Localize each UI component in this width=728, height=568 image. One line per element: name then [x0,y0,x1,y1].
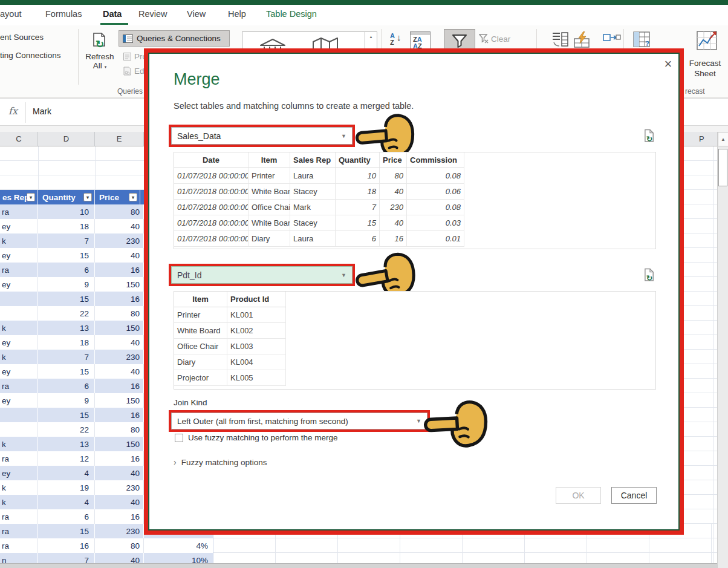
sheet-cell-price[interactable]: 80 [95,538,144,553]
sheet-cell-price[interactable]: 16 [95,408,144,422]
sort-dialog-button[interactable]: ZA AZ [410,31,431,50]
sheet-cell-name[interactable]: ra [0,538,38,553]
text-to-columns-icon[interactable] [552,31,569,48]
sheet-cell-name[interactable]: ey [0,364,38,379]
clear-filter-button[interactable]: Clear [479,34,510,44]
sheet-cell-commission[interactable]: 4% [144,538,213,553]
sheet-cell-qty[interactable]: 15 [38,364,95,379]
column-header-e[interactable]: E [95,132,144,146]
tab-data[interactable]: Data [103,9,122,19]
tab-layout[interactable]: ayout [0,9,21,19]
sheet-cell-name[interactable]: k [0,495,38,509]
sheet-cell-qty[interactable]: 22 [38,422,95,437]
sheet-cell-price[interactable]: 80 [95,422,144,437]
table-header-sales-rep[interactable]: es Rep ▾ [0,190,38,204]
edit-links-button[interactable]: Ed [123,67,145,76]
cancel-button[interactable]: Cancel [611,487,657,504]
sheet-cell-price[interactable]: 230 [95,524,144,538]
sheet-cell-qty[interactable]: 7 [38,233,95,248]
sheet-cell-qty[interactable]: 7 [38,553,95,563]
filter-dropdown-icon[interactable]: ▾ [83,193,92,201]
sheet-cell-name[interactable]: ey [0,219,38,233]
ok-button[interactable]: OK [556,487,601,504]
sheet-cell-price[interactable]: 16 [95,451,144,466]
sheet-cell-name[interactable]: k [0,480,38,495]
filter-dropdown-icon[interactable]: ▾ [27,193,35,201]
sheet-cell-name[interactable]: k [0,321,38,335]
sheet-cell-name[interactable] [0,292,38,306]
sheet-cell-qty[interactable]: 13 [38,437,95,451]
column-header-d[interactable]: D [38,132,95,146]
sheet-cell-price[interactable]: 16 [95,509,144,524]
sheet-cell-price[interactable]: 80 [95,306,144,321]
scrollbar-up-button[interactable]: ▲ [718,132,728,146]
sheet-cell-name[interactable]: ey [0,335,38,350]
sheet-cell-name[interactable]: k [0,233,38,248]
sheet-cell-name[interactable] [0,422,38,437]
sheet-cell-price[interactable]: 16 [95,263,144,277]
sheet-cell-name[interactable]: ra [0,524,38,538]
sheet-cell-qty[interactable]: 18 [38,335,95,350]
sheet-cell-price[interactable]: 150 [95,393,144,408]
sheet-cell-price[interactable]: 40 [95,466,144,480]
sheet-cell-name[interactable]: ey [0,393,38,408]
table1-selector-dropdown[interactable]: Sales_Data ▼ [171,127,353,145]
sheet-cell-name[interactable]: ey [0,248,38,263]
table2-selector-dropdown[interactable]: Pdt_Id ▼ [171,266,353,284]
tab-table-design[interactable]: Table Design [266,9,317,19]
refresh-preview-icon[interactable] [643,268,656,282]
sheet-cell-qty[interactable]: 15 [38,524,95,538]
sheet-cell-commission[interactable]: 10% [144,553,213,563]
filter-dropdown-icon[interactable]: ▾ [129,193,137,201]
sheet-cell-price[interactable]: 40 [95,335,144,350]
sheet-cell-qty[interactable]: 13 [38,321,95,335]
sheet-cell-name[interactable]: ey [0,277,38,292]
sheet-cell-price[interactable]: 40 [95,495,144,509]
refresh-preview-icon[interactable] [643,129,656,143]
sheet-cell-name[interactable] [0,306,38,321]
sheet-cell-price[interactable]: 40 [95,553,144,563]
sheet-cell-price[interactable]: 230 [95,350,144,364]
sheet-cell-qty[interactable]: 15 [38,408,95,422]
recent-sources-button[interactable]: ent Sources [0,33,44,42]
sheet-cell-qty[interactable]: 10 [38,204,95,219]
sheet-cell-price[interactable]: 150 [95,277,144,292]
sheet-cell-name[interactable]: ra [0,263,38,277]
column-header-c[interactable]: C [0,132,38,146]
sheet-cell-qty[interactable]: 15 [38,292,95,306]
table-header-price[interactable]: Price ▾ [95,190,140,204]
sheet-cell-qty[interactable]: 7 [38,350,95,364]
sheet-cell-name[interactable]: n [0,553,38,563]
table-header-quantity[interactable]: Quantity ▾ [38,190,95,204]
tab-view[interactable]: View [187,9,206,19]
formula-bar-value[interactable]: Mark [33,106,51,116]
sheet-cell-name[interactable]: ra [0,204,38,219]
column-header-p[interactable]: P [683,132,717,146]
sheet-cell-price[interactable]: 150 [95,437,144,451]
sheet-cell-qty[interactable]: 12 [38,451,95,466]
sheet-cell-qty[interactable]: 9 [38,277,95,292]
join-kind-dropdown[interactable]: Left Outer (all from first, matching fro… [171,413,427,429]
sheet-cell-qty[interactable]: 22 [38,306,95,321]
fuzzy-matching-checkbox[interactable] [175,434,183,442]
scrollbar-thumb[interactable] [718,149,727,186]
sheet-cell-price[interactable]: 230 [95,233,144,248]
sheet-cell-name[interactable] [0,408,38,422]
sheet-cell-qty[interactable]: 19 [38,480,95,495]
sheet-cell-price[interactable]: 40 [95,364,144,379]
sheet-cell-name[interactable]: ra [0,509,38,524]
sheet-cell-price[interactable]: 16 [95,292,144,306]
sheet-cell-name[interactable]: k [0,437,38,451]
what-if-analysis-icon[interactable]: ? [633,31,651,48]
tab-help[interactable]: Help [228,9,246,19]
sheet-cell-qty[interactable]: 6 [38,509,95,524]
sheet-cell-qty[interactable]: 4 [38,466,95,480]
sheet-cell-price[interactable]: 40 [95,248,144,263]
sheet-cell-qty[interactable]: 4 [38,495,95,509]
vertical-scrollbar[interactable]: ▲ [717,132,728,568]
remove-duplicates-icon[interactable] [603,33,621,47]
sheet-cell-name[interactable]: ra [0,379,38,393]
fuzzy-options-expander[interactable]: › Fuzzy matching options [174,457,267,467]
sheet-cell-price[interactable]: 230 [95,480,144,495]
sheet-cell-price[interactable]: 16 [95,379,144,393]
